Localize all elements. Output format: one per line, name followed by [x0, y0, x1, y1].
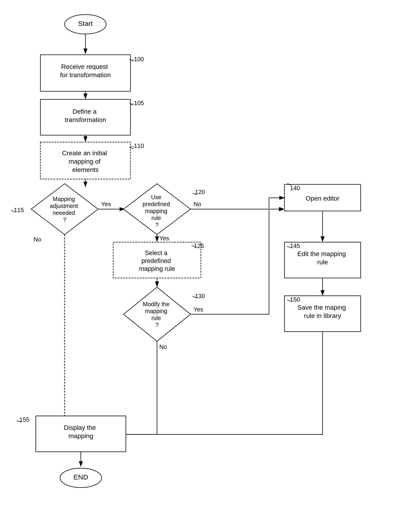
ref-145: 145: [290, 242, 300, 249]
node-115: [31, 184, 98, 234]
label-no-115: No: [34, 236, 41, 243]
label-no-130: No: [159, 343, 167, 350]
label-no-120: No: [193, 201, 201, 207]
end-label: END: [73, 473, 88, 481]
node-140-label: Open editor: [306, 195, 339, 202]
arrow-115-no-dashed: [40, 234, 65, 434]
ref-155: 155: [19, 416, 29, 423]
start-label: Start: [78, 20, 93, 27]
label-yes-130: Yes: [193, 306, 203, 313]
ref-115: 115: [14, 206, 24, 214]
ref-150: 150: [290, 296, 300, 303]
ref-100: 100: [134, 56, 144, 63]
ref-125: 125: [194, 242, 204, 249]
ref-110: 110: [134, 142, 144, 149]
flowchart-diagram: Start Receive request for transformation…: [0, 0, 420, 525]
label-yes-120: Yes: [159, 235, 169, 242]
ref-130: 130: [195, 292, 205, 300]
label-yes-115: Yes: [101, 201, 111, 207]
node-130: [124, 287, 191, 341]
ref-105: 105: [134, 100, 144, 106]
ref-140: 140: [290, 185, 300, 192]
ref-120: 120: [195, 188, 205, 196]
